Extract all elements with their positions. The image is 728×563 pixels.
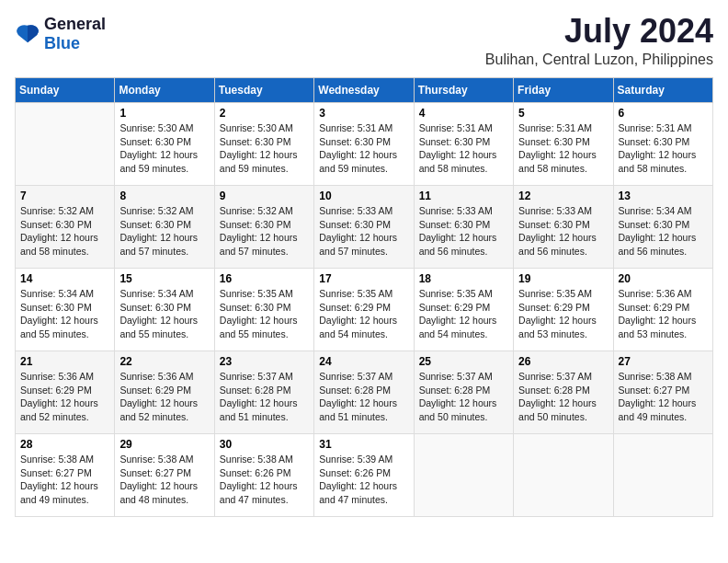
day-info: Sunrise: 5:32 AM Sunset: 6:30 PM Dayligh… <box>220 204 309 259</box>
calendar-week-1: 7Sunrise: 5:32 AM Sunset: 6:30 PM Daylig… <box>16 186 713 269</box>
day-number: 26 <box>518 355 608 368</box>
day-number: 6 <box>619 107 708 120</box>
calendar-cell: 9Sunrise: 5:32 AM Sunset: 6:30 PM Daylig… <box>214 186 313 269</box>
day-info: Sunrise: 5:32 AM Sunset: 6:30 PM Dayligh… <box>119 204 209 259</box>
calendar-cell: 8Sunrise: 5:32 AM Sunset: 6:30 PM Daylig… <box>115 186 214 269</box>
day-info: Sunrise: 5:36 AM Sunset: 6:29 PM Dayligh… <box>619 287 708 341</box>
calendar-cell <box>16 103 115 186</box>
day-info: Sunrise: 5:37 AM Sunset: 6:28 PM Dayligh… <box>220 370 309 424</box>
day-number: 13 <box>619 190 708 202</box>
day-number: 16 <box>220 272 309 285</box>
day-info: Sunrise: 5:34 AM Sunset: 6:30 PM Dayligh… <box>20 287 109 341</box>
calendar-cell: 22Sunrise: 5:36 AM Sunset: 6:29 PM Dayli… <box>115 351 214 434</box>
header-tuesday: Tuesday <box>214 78 313 103</box>
day-number: 21 <box>20 355 109 368</box>
header-monday: Monday <box>115 78 214 103</box>
day-number: 23 <box>220 355 309 368</box>
day-number: 4 <box>419 107 508 120</box>
day-info: Sunrise: 5:33 AM Sunset: 6:30 PM Dayligh… <box>518 204 608 259</box>
calendar-cell: 15Sunrise: 5:34 AM Sunset: 6:30 PM Dayli… <box>115 269 214 351</box>
calendar-cell: 19Sunrise: 5:35 AM Sunset: 6:29 PM Dayli… <box>514 269 613 351</box>
day-number: 15 <box>119 272 209 285</box>
calendar-cell: 16Sunrise: 5:35 AM Sunset: 6:30 PM Dayli… <box>214 269 313 351</box>
calendar-cell: 24Sunrise: 5:37 AM Sunset: 6:28 PM Dayli… <box>314 351 414 434</box>
day-info: Sunrise: 5:33 AM Sunset: 6:30 PM Dayligh… <box>419 204 508 259</box>
day-info: Sunrise: 5:38 AM Sunset: 6:26 PM Dayligh… <box>220 453 309 507</box>
day-info: Sunrise: 5:30 AM Sunset: 6:30 PM Dayligh… <box>220 121 309 176</box>
calendar-cell: 29Sunrise: 5:38 AM Sunset: 6:27 PM Dayli… <box>115 434 214 517</box>
calendar-cell: 25Sunrise: 5:37 AM Sunset: 6:28 PM Dayli… <box>414 351 513 434</box>
calendar-cell: 21Sunrise: 5:36 AM Sunset: 6:29 PM Dayli… <box>16 351 115 434</box>
header-saturday: Saturday <box>613 78 712 103</box>
logo-general: General <box>44 15 106 33</box>
day-number: 2 <box>220 107 309 120</box>
calendar-cell: 10Sunrise: 5:33 AM Sunset: 6:30 PM Dayli… <box>314 186 414 269</box>
month-title: July 2024 <box>485 15 713 48</box>
day-number: 30 <box>220 438 309 451</box>
location-title: Bulihan, Central Luzon, Philippines <box>485 52 713 68</box>
header-sunday: Sunday <box>16 78 115 103</box>
calendar-cell: 11Sunrise: 5:33 AM Sunset: 6:30 PM Dayli… <box>414 186 513 269</box>
logo: General Blue <box>15 15 106 53</box>
calendar-cell: 26Sunrise: 5:37 AM Sunset: 6:28 PM Dayli… <box>514 351 613 434</box>
day-number: 31 <box>319 438 408 451</box>
calendar-cell <box>414 434 513 517</box>
header-friday: Friday <box>514 78 613 103</box>
calendar-cell <box>613 434 712 517</box>
day-info: Sunrise: 5:38 AM Sunset: 6:27 PM Dayligh… <box>619 370 708 424</box>
day-info: Sunrise: 5:39 AM Sunset: 6:26 PM Dayligh… <box>319 453 408 507</box>
day-info: Sunrise: 5:38 AM Sunset: 6:27 PM Dayligh… <box>20 453 109 507</box>
calendar-cell: 7Sunrise: 5:32 AM Sunset: 6:30 PM Daylig… <box>16 186 115 269</box>
day-number: 29 <box>119 438 209 451</box>
calendar-cell: 27Sunrise: 5:38 AM Sunset: 6:27 PM Dayli… <box>613 351 712 434</box>
day-number: 7 <box>20 190 109 202</box>
calendar-cell: 5Sunrise: 5:31 AM Sunset: 6:30 PM Daylig… <box>514 103 613 186</box>
calendar-week-4: 28Sunrise: 5:38 AM Sunset: 6:27 PM Dayli… <box>16 434 713 517</box>
day-number: 24 <box>319 355 408 368</box>
calendar-cell: 2Sunrise: 5:30 AM Sunset: 6:30 PM Daylig… <box>214 103 313 186</box>
day-info: Sunrise: 5:35 AM Sunset: 6:30 PM Dayligh… <box>220 287 309 341</box>
day-info: Sunrise: 5:30 AM Sunset: 6:30 PM Dayligh… <box>119 121 209 176</box>
calendar-cell: 18Sunrise: 5:35 AM Sunset: 6:29 PM Dayli… <box>414 269 513 351</box>
page-header: General Blue July 2024 Bulihan, Central … <box>15 15 713 68</box>
day-number: 8 <box>119 190 209 202</box>
calendar-cell: 17Sunrise: 5:35 AM Sunset: 6:29 PM Dayli… <box>314 269 414 351</box>
calendar-week-0: 1Sunrise: 5:30 AM Sunset: 6:30 PM Daylig… <box>16 103 713 186</box>
logo-icon <box>15 21 40 47</box>
day-number: 3 <box>319 107 408 120</box>
day-number: 18 <box>419 272 508 285</box>
header-row: Sunday Monday Tuesday Wednesday Thursday… <box>16 78 713 103</box>
calendar-body: 1Sunrise: 5:30 AM Sunset: 6:30 PM Daylig… <box>16 103 713 517</box>
day-info: Sunrise: 5:37 AM Sunset: 6:28 PM Dayligh… <box>518 370 608 424</box>
calendar-week-2: 14Sunrise: 5:34 AM Sunset: 6:30 PM Dayli… <box>16 269 713 351</box>
day-number: 10 <box>319 190 408 202</box>
day-number: 22 <box>119 355 209 368</box>
calendar-cell: 30Sunrise: 5:38 AM Sunset: 6:26 PM Dayli… <box>214 434 313 517</box>
day-info: Sunrise: 5:35 AM Sunset: 6:29 PM Dayligh… <box>419 287 508 341</box>
logo-text: General Blue <box>44 15 106 53</box>
calendar-table: Sunday Monday Tuesday Wednesday Thursday… <box>15 77 713 517</box>
day-info: Sunrise: 5:37 AM Sunset: 6:28 PM Dayligh… <box>419 370 508 424</box>
day-info: Sunrise: 5:35 AM Sunset: 6:29 PM Dayligh… <box>518 287 608 341</box>
day-info: Sunrise: 5:31 AM Sunset: 6:30 PM Dayligh… <box>518 121 608 176</box>
day-info: Sunrise: 5:33 AM Sunset: 6:30 PM Dayligh… <box>319 204 408 259</box>
day-number: 12 <box>518 190 608 202</box>
day-number: 17 <box>319 272 408 285</box>
calendar-cell: 13Sunrise: 5:34 AM Sunset: 6:30 PM Dayli… <box>613 186 712 269</box>
calendar-week-3: 21Sunrise: 5:36 AM Sunset: 6:29 PM Dayli… <box>16 351 713 434</box>
calendar-cell: 31Sunrise: 5:39 AM Sunset: 6:26 PM Dayli… <box>314 434 414 517</box>
day-info: Sunrise: 5:36 AM Sunset: 6:29 PM Dayligh… <box>20 370 109 424</box>
day-info: Sunrise: 5:38 AM Sunset: 6:27 PM Dayligh… <box>119 453 209 507</box>
day-number: 25 <box>419 355 508 368</box>
title-block: July 2024 Bulihan, Central Luzon, Philip… <box>485 15 713 68</box>
calendar-cell: 23Sunrise: 5:37 AM Sunset: 6:28 PM Dayli… <box>214 351 313 434</box>
day-number: 11 <box>419 190 508 202</box>
calendar-cell: 3Sunrise: 5:31 AM Sunset: 6:30 PM Daylig… <box>314 103 414 186</box>
day-number: 19 <box>518 272 608 285</box>
header-thursday: Thursday <box>414 78 513 103</box>
calendar-cell: 28Sunrise: 5:38 AM Sunset: 6:27 PM Dayli… <box>16 434 115 517</box>
day-info: Sunrise: 5:31 AM Sunset: 6:30 PM Dayligh… <box>619 121 708 176</box>
logo-blue: Blue <box>44 34 80 52</box>
calendar-cell: 6Sunrise: 5:31 AM Sunset: 6:30 PM Daylig… <box>613 103 712 186</box>
header-wednesday: Wednesday <box>314 78 414 103</box>
